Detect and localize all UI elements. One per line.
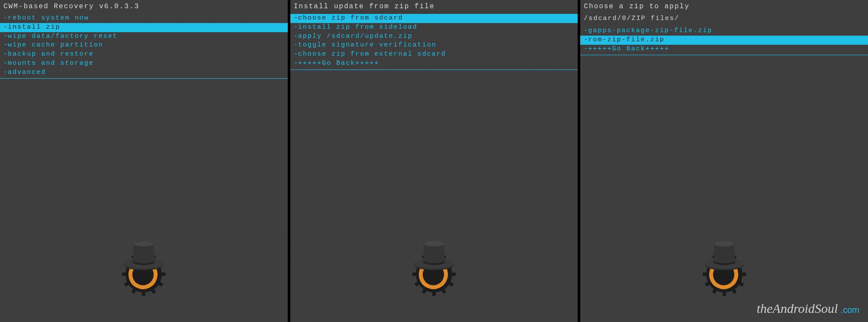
menu-item-wipe-cache[interactable]: wipe cache partition [0,41,288,50]
menu-item-toggle-sig[interactable]: toggle signature verification [290,41,578,50]
panel-title: CWM-based Recovery v6.0.3.3 [0,1,288,13]
top-hat-icon [704,240,745,271]
cwm-logo [696,239,753,296]
menu-item-advanced[interactable]: advanced [0,68,288,77]
menu-item-gapps-zip[interactable]: gapps-package-zip-file.zip [580,27,868,36]
menu-item-rom-zip[interactable]: rom-zip-file.zip [580,36,868,45]
menu-divider [580,55,868,55]
watermark-suffix: .com [841,305,859,315]
menu-item-sideload[interactable]: install zip from sideload [290,23,578,32]
menu-item-choose-external[interactable]: choose zip from external sdcard [290,50,578,59]
top-hat-icon [123,240,164,271]
panel-title: Install update from zip file [290,1,578,13]
menu-list: choose zip from sdcard install zip from … [290,14,578,70]
recovery-panel-choose-zip: Choose a zip to apply /sdcard/0/ZIP file… [580,0,868,322]
svg-point-50 [714,241,734,246]
menu-item-go-back[interactable]: +++++Go Back+++++ [580,45,868,54]
menu-divider [0,78,288,79]
cwm-logo [406,239,462,296]
top-hat-icon [414,240,454,271]
menu-item-choose-sdcard[interactable]: choose zip from sdcard [290,14,578,23]
recovery-panel-main: CWM-based Recovery v6.0.3.3 reboot syste… [0,0,288,322]
panel-path: /sdcard/0/ZIP files/ [580,13,868,26]
menu-item-wipe-data[interactable]: wipe data/factory reset [0,32,288,41]
svg-point-16 [134,241,154,246]
cwm-logo [115,239,172,296]
watermark: theAndroidSoul.com [756,301,859,316]
svg-point-33 [424,241,444,246]
menu-item-apply-update[interactable]: apply /sdcard/update.zip [290,32,578,41]
menu-item-go-back[interactable]: +++++Go Back+++++ [290,59,578,68]
menu-item-backup-restore[interactable]: backup and restore [0,50,288,59]
menu-divider [290,70,578,70]
menu-item-mounts-storage[interactable]: mounts and storage [0,59,288,68]
menu-item-reboot[interactable]: reboot system now [0,14,288,23]
menu-list: reboot system now install zip wipe data/… [0,14,288,79]
menu-item-install-zip[interactable]: install zip [0,23,288,32]
menu-list: gapps-package-zip-file.zip rom-zip-file.… [580,27,868,55]
recovery-panel-install: Install update from zip file choose zip … [290,0,578,322]
watermark-brand: theAndroidSoul [756,301,838,315]
panel-title: Choose a zip to apply [580,1,868,13]
